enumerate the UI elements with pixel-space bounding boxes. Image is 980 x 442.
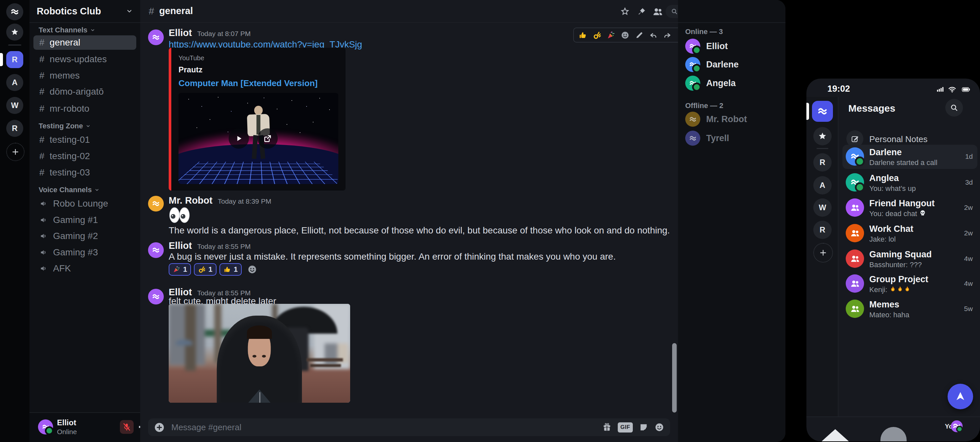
channel-domo-arigato[interactable]: #dōmo-arigatō	[33, 84, 136, 99]
dm-row-memes[interactable]: Memes	[869, 300, 899, 310]
avatar[interactable]	[38, 420, 53, 434]
channel-general[interactable]: #general	[33, 35, 136, 50]
group-avatar[interactable]	[846, 224, 864, 242]
member-elliot[interactable]: Elliot	[706, 41, 728, 51]
avatar[interactable]	[846, 173, 864, 192]
add-reaction-button[interactable]	[621, 31, 630, 40]
emoji-icon[interactable]	[654, 422, 664, 432]
voice-gaming-3[interactable]: Gaming #3	[33, 245, 136, 260]
home-button[interactable]	[812, 101, 833, 122]
server-button-3[interactable]: W	[813, 199, 832, 217]
author-name[interactable]: Mr. Robot	[169, 195, 213, 206]
gift-icon[interactable]	[602, 422, 612, 432]
avatar[interactable]	[685, 57, 700, 72]
ok-hand-emoji-button[interactable]	[592, 31, 601, 40]
video-thumbnail[interactable]	[178, 93, 338, 184]
nav-home[interactable]: Home	[809, 420, 861, 441]
sticker-icon[interactable]	[639, 422, 649, 432]
favorites-button[interactable]	[6, 24, 23, 41]
favorites-button[interactable]	[813, 127, 832, 145]
open-external-button[interactable]	[258, 128, 278, 149]
avatar[interactable]	[148, 196, 164, 211]
author-name[interactable]: Elliot	[169, 240, 192, 251]
avatar[interactable]	[846, 147, 864, 166]
embed-author[interactable]: Prautz	[178, 65, 338, 74]
channel-memes[interactable]: #memes	[33, 68, 136, 83]
member-tyrell[interactable]: Tyrell	[706, 133, 729, 143]
author-name[interactable]: Elliot	[169, 27, 192, 38]
reaction-party[interactable]: 1	[169, 263, 191, 276]
avatar[interactable]	[685, 39, 700, 54]
member-mr-robot[interactable]: Mr. Robot	[706, 114, 747, 124]
new-message-fab[interactable]	[948, 384, 973, 409]
server-button-4[interactable]: R	[813, 221, 832, 239]
section-text-channels[interactable]: Text Channels	[39, 25, 95, 35]
dm-row-darlene[interactable]: Darlene	[869, 147, 902, 157]
play-button[interactable]	[229, 128, 249, 149]
group-avatar[interactable]	[846, 274, 864, 293]
server-initial: R	[12, 124, 18, 133]
embed-title[interactable]: Computer Man [Extended Version]	[178, 78, 338, 88]
add-server-button[interactable]	[6, 143, 25, 161]
voice-robo-lounge[interactable]: Robo Lounge	[33, 196, 136, 211]
reaction-thumbs-up[interactable]: 1	[220, 263, 242, 276]
voice-gaming-2[interactable]: Gaming #2	[33, 229, 136, 243]
add-server-button[interactable]	[813, 243, 833, 262]
avatar[interactable]	[148, 242, 164, 258]
attach-plus-icon[interactable]	[154, 422, 165, 433]
server-button-2[interactable]: A	[6, 74, 23, 91]
server-button-2[interactable]: A	[813, 176, 832, 194]
mic-mute-button[interactable]	[120, 420, 134, 434]
member-angela[interactable]: Angela	[706, 78, 736, 88]
dm-row-group-project[interactable]: Group Project	[869, 274, 928, 285]
forward-button[interactable]	[663, 31, 672, 40]
server-header[interactable]: Robotics Club	[29, 0, 140, 23]
avatar[interactable]	[148, 29, 164, 45]
search-button[interactable]	[945, 99, 963, 116]
members-icon[interactable]	[652, 6, 663, 17]
avatar[interactable]	[685, 130, 700, 146]
server-button-1[interactable]: R	[813, 153, 832, 172]
dm-row-anglea[interactable]: Anglea	[869, 173, 899, 183]
pin-icon[interactable]	[637, 7, 646, 16]
channel-testing-02[interactable]: #testing-02	[33, 149, 136, 164]
avatar[interactable]	[148, 289, 164, 304]
party-emoji-button[interactable]	[607, 31, 616, 40]
channel-mr-roboto[interactable]: #mr-roboto	[33, 102, 136, 116]
section-testing-zone[interactable]: Testing Zone	[39, 121, 91, 130]
member-darlene[interactable]: Darlene	[706, 60, 738, 70]
channel-news-updates[interactable]: #news-updates	[33, 52, 136, 67]
voice-afk[interactable]: AFK	[33, 261, 136, 276]
channel-title: general	[159, 6, 193, 16]
server-button-4[interactable]: R	[6, 120, 23, 137]
section-voice-channels[interactable]: Voice Channels	[39, 185, 100, 194]
group-avatar[interactable]	[846, 300, 864, 318]
voice-gaming-1[interactable]: Gaming #1	[33, 213, 136, 227]
dm-row-gaming-squad[interactable]: Gaming Squad	[869, 250, 932, 260]
bell-icon	[867, 420, 920, 441]
photo-attachment[interactable]	[169, 304, 350, 403]
group-avatar[interactable]	[846, 250, 864, 268]
dm-row-work-chat[interactable]: Work Chat	[869, 224, 913, 234]
message-input[interactable]	[171, 422, 596, 433]
channel-testing-03[interactable]: #testing-03	[33, 165, 136, 180]
avatar[interactable]	[685, 76, 700, 91]
add-reaction-icon[interactable]	[247, 264, 257, 274]
gif-button[interactable]: GIF	[618, 422, 633, 432]
thumbs-up-emoji-button[interactable]	[578, 31, 587, 40]
server-button-3[interactable]: W	[6, 97, 23, 114]
channel-testing-01[interactable]: #testing-01	[33, 133, 136, 147]
home-button[interactable]	[6, 3, 23, 20]
personal-notes-label[interactable]: Personal Notes	[869, 134, 928, 145]
star-outline-icon[interactable]	[620, 7, 630, 16]
dm-row-friend-hangout[interactable]: Friend Hangout	[869, 199, 934, 208]
reaction-ok-hand[interactable]: 1	[194, 263, 216, 276]
nav-you[interactable]: You	[924, 420, 977, 430]
reply-button[interactable]	[649, 31, 658, 40]
avatar[interactable]	[685, 112, 700, 127]
nav-notifications[interactable]: Notifications	[867, 420, 920, 441]
edit-button[interactable]	[635, 31, 644, 40]
chat-scrollbar[interactable]	[672, 343, 677, 413]
group-avatar[interactable]	[846, 199, 864, 217]
server-button-robotics[interactable]: R	[6, 51, 23, 68]
